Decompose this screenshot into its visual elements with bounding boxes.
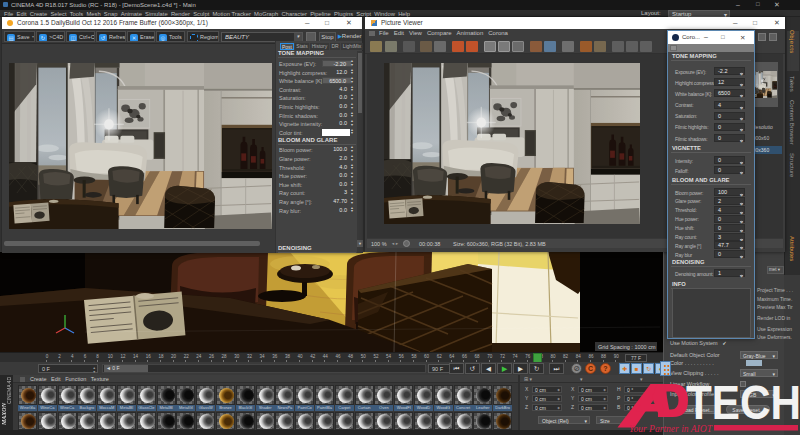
svg-text:TECH: TECH <box>686 376 800 429</box>
svg-text:Grid Spacing : 1000 cm: Grid Spacing : 1000 cm <box>598 344 656 350</box>
svg-text:Your Partner in AIOT: Your Partner in AIOT <box>629 423 713 434</box>
